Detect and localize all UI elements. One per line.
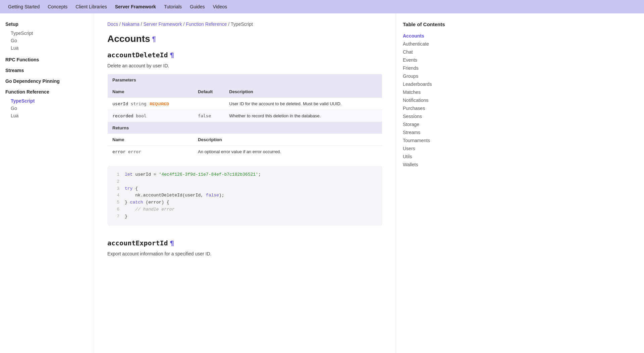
- toc-item-events[interactable]: Events: [403, 56, 463, 64]
- breadcrumb-link[interactable]: Docs: [107, 21, 118, 27]
- breadcrumb-separator: /: [227, 21, 230, 27]
- section1-anchor[interactable]: ¶: [170, 51, 174, 59]
- col-name: Name: [108, 86, 194, 98]
- section1-heading-text: accountDeleteId: [107, 51, 168, 59]
- table-row: error error An optional error value if a…: [108, 146, 382, 158]
- toc-item-matches[interactable]: Matches: [403, 88, 463, 96]
- toc-item-wallets[interactable]: Wallets: [403, 161, 463, 169]
- code-line: 3 try {: [114, 185, 376, 192]
- section2-heading-text: accountExportId: [107, 239, 168, 247]
- toc-item-friends[interactable]: Friends: [403, 64, 463, 72]
- table-row: userId string REQUIRED User ID for the a…: [108, 98, 382, 110]
- toc-item-notifications[interactable]: Notifications: [403, 96, 463, 104]
- code-line: 1 let userId = '4ec4f126-3f9d-11e7-84ef-…: [114, 171, 376, 178]
- toc-item-storage[interactable]: Storage: [403, 120, 463, 128]
- sidebar-item-go[interactable]: Go: [5, 105, 88, 112]
- topnav-item-client-libraries[interactable]: Client Libraries: [75, 4, 107, 9]
- returns-header-row: Returns: [108, 122, 382, 134]
- param-name-cell: recorded bool: [108, 110, 194, 122]
- topnav-item-server-framework[interactable]: Server Framework: [115, 4, 156, 9]
- toc-item-purchases[interactable]: Purchases: [403, 104, 463, 112]
- top-navigation: Getting StartedConceptsClient LibrariesS…: [0, 0, 644, 13]
- page-title-anchor[interactable]: ¶: [152, 35, 156, 43]
- main-content: Docs / Nakama / Server Framework / Funct…: [94, 13, 396, 353]
- param-default-cell: false: [193, 110, 224, 122]
- return-desc-cell: An optional error value if an error occu…: [193, 146, 382, 158]
- toc-item-authenticate[interactable]: Authenticate: [403, 40, 463, 48]
- code-line: 7 }: [114, 213, 376, 220]
- col-description: Description: [224, 86, 382, 98]
- section1-description: Delete an account by user ID.: [107, 63, 382, 68]
- sidebar-item-typescript[interactable]: TypeScript: [5, 30, 88, 37]
- sidebar-item-lua[interactable]: Lua: [5, 112, 88, 119]
- code-line: 2: [114, 178, 376, 185]
- returns-header: Returns: [108, 122, 382, 134]
- sidebar-item-lua[interactable]: Lua: [5, 44, 88, 52]
- section2-description: Export account information for a specifi…: [107, 251, 382, 256]
- code-block: 1 let userId = '4ec4f126-3f9d-11e7-84ef-…: [107, 166, 382, 226]
- col-desc-returns: Description: [193, 134, 382, 146]
- section1-heading: accountDeleteId ¶: [107, 51, 382, 59]
- toc-item-users[interactable]: Users: [403, 144, 463, 153]
- section2-anchor[interactable]: ¶: [170, 239, 174, 247]
- toc-title: Table of Contents: [403, 21, 463, 27]
- sidebar-section-streams[interactable]: Streams: [5, 68, 88, 73]
- col-name-returns: Name: [108, 134, 194, 146]
- sidebar-section-setup: Setup: [5, 21, 88, 27]
- sidebar-section-rpc-functions[interactable]: RPC Functions: [5, 57, 88, 62]
- toc-item-leaderboards[interactable]: Leaderboards: [403, 80, 463, 88]
- left-sidebar: SetupTypeScriptGoLuaRPC FunctionsStreams…: [0, 13, 94, 353]
- breadcrumb-link[interactable]: Nakama: [122, 21, 140, 27]
- page-title: Accounts ¶: [107, 34, 382, 44]
- breadcrumb-current: TypeScript: [231, 21, 253, 27]
- code-line: 5 } catch (error) {: [114, 199, 376, 206]
- col-default: Default: [193, 86, 224, 98]
- toc-item-utils[interactable]: Utils: [403, 153, 463, 161]
- topnav-item-getting-started[interactable]: Getting Started: [8, 4, 40, 9]
- table-header-row: Name Description: [108, 134, 382, 146]
- toc-item-sessions[interactable]: Sessions: [403, 112, 463, 120]
- param-name-cell: userId string REQUIRED: [108, 98, 194, 110]
- breadcrumb-link[interactable]: Server Framework: [143, 21, 182, 27]
- breadcrumb-separator: /: [182, 21, 186, 27]
- table-row: recorded bool false Whether to record th…: [108, 110, 382, 122]
- param-desc-cell: User ID for the account to be deleted. M…: [224, 98, 382, 110]
- sidebar-section-function-reference: Function Reference: [5, 89, 88, 95]
- breadcrumb-separator: /: [118, 21, 122, 27]
- breadcrumb-link[interactable]: Function Reference: [186, 21, 227, 27]
- sidebar-section-go-dependency-pinning[interactable]: Go Dependency Pinning: [5, 78, 88, 84]
- topnav-item-concepts[interactable]: Concepts: [48, 4, 67, 9]
- param-desc-cell: Whether to record this deletion in the d…: [224, 110, 382, 122]
- sidebar-item-go[interactable]: Go: [5, 37, 88, 44]
- topnav-item-videos[interactable]: Videos: [213, 4, 227, 9]
- toc-item-tournaments[interactable]: Tournaments: [403, 136, 463, 144]
- breadcrumb: Docs / Nakama / Server Framework / Funct…: [107, 21, 382, 27]
- parameters-header: Parameters: [108, 74, 382, 86]
- toc-item-accounts[interactable]: Accounts: [403, 32, 463, 40]
- topnav-item-guides[interactable]: Guides: [190, 4, 205, 9]
- page-title-text: Accounts: [107, 34, 150, 44]
- param-default-cell: [193, 98, 224, 110]
- code-line: 6 // handle error: [114, 206, 376, 213]
- parameters-table: Parameters Name Default Description user…: [107, 74, 382, 158]
- toc-item-chat[interactable]: Chat: [403, 48, 463, 56]
- table-of-contents: Table of Contents AccountsAuthenticateCh…: [396, 13, 470, 353]
- section2-heading: accountExportId ¶: [107, 239, 382, 247]
- toc-item-groups[interactable]: Groups: [403, 72, 463, 80]
- breadcrumb-separator: /: [140, 21, 144, 27]
- code-line: 4 nk.accountDeleteId(userId, false);: [114, 192, 376, 199]
- return-name-cell: error error: [108, 146, 194, 158]
- sidebar-item-typescript[interactable]: TypeScript: [5, 97, 88, 105]
- topnav-item-tutorials[interactable]: Tutorials: [164, 4, 182, 9]
- toc-item-streams[interactable]: Streams: [403, 128, 463, 136]
